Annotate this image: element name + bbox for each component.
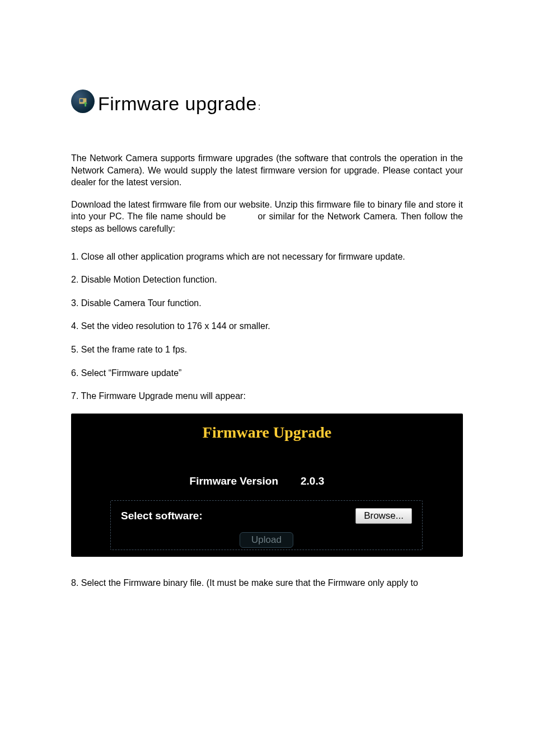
file-path-input[interactable] xyxy=(213,509,355,523)
section-heading: Firmware upgrade : xyxy=(71,90,463,113)
firmware-version-row: Firmware Version 2.0.3 xyxy=(71,475,463,487)
step-1: 1. Close all other application programs … xyxy=(71,251,463,263)
steps-list: 1. Close all other application programs … xyxy=(71,251,463,402)
select-software-group: Select software: Browse... Upload xyxy=(110,500,423,550)
svg-rect-1 xyxy=(80,99,83,102)
step-7: 7. The Firmware Upgrade menu will appear… xyxy=(71,390,463,402)
firmware-upgrade-panel: Firmware Upgrade Firmware Version 2.0.3 … xyxy=(71,414,463,557)
document-page: Firmware upgrade : The Network Camera su… xyxy=(0,0,534,756)
step-8: 8. Select the Firmware binary file. (It … xyxy=(71,577,463,589)
select-software-label: Select software: xyxy=(121,510,213,522)
section-heading-title: Firmware upgrade xyxy=(98,94,257,113)
step-2: 2. Disable Motion Detection function. xyxy=(71,274,463,286)
browse-button[interactable]: Browse... xyxy=(355,508,412,524)
steps-list-continued: 8. Select the Firmware binary file. (It … xyxy=(71,577,463,589)
step-3: 3. Disable Camera Tour function. xyxy=(71,297,463,309)
section-heading-colon: : xyxy=(258,102,260,112)
step-5: 5. Set the frame rate to 1 fps. xyxy=(71,344,463,356)
panel-title: Firmware Upgrade xyxy=(71,424,463,442)
step-4: 4. Set the video resolution to 176 x 144… xyxy=(71,320,463,332)
firmware-version-label: Firmware Version xyxy=(155,475,278,487)
upload-button[interactable]: Upload xyxy=(240,532,293,548)
intro-paragraph: The Network Camera supports firmware upg… xyxy=(71,152,463,189)
upload-row: Upload xyxy=(121,532,412,548)
download-paragraph: Download the latest firmware file from o… xyxy=(71,199,463,235)
firmware-upgrade-icon xyxy=(71,90,95,113)
firmware-version-value: 2.0.3 xyxy=(278,475,379,487)
step-6: 6. Select “Firmware update” xyxy=(71,367,463,379)
select-software-row: Select software: Browse... xyxy=(121,508,412,524)
